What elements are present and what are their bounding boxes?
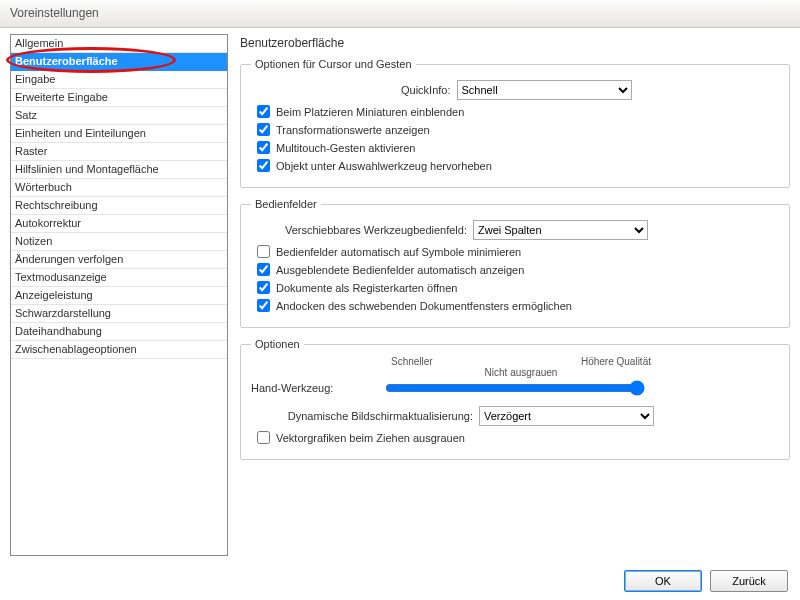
slider-caption-nogrey: Nicht ausgrauen	[391, 367, 651, 378]
page-title: Benutzeroberfläche	[240, 36, 790, 50]
cb-registerkarten[interactable]	[257, 281, 270, 294]
sidebar-item-aenderungen[interactable]: Änderungen verfolgen	[11, 251, 227, 269]
quickinfo-label: QuickInfo:	[401, 84, 451, 96]
sidebar-item-benutzeroberflaeche[interactable]: Benutzeroberfläche	[11, 53, 227, 71]
cb-multitouch[interactable]	[257, 141, 270, 154]
cb-transformationswerte[interactable]	[257, 123, 270, 136]
cb-label: Dokumente als Registerkarten öffnen	[276, 282, 457, 294]
toolpanel-label: Verschiebbares Werkzeugbedienfeld:	[257, 224, 467, 236]
cb-auswahl-hervorheben[interactable]	[257, 159, 270, 172]
sidebar-item-satz[interactable]: Satz	[11, 107, 227, 125]
sidebar-item-zwischenablage[interactable]: Zwischenablageoptionen	[11, 341, 227, 359]
cb-vektor-ausgrauen[interactable]	[257, 431, 270, 444]
window-title: Voreinstellungen	[0, 0, 800, 28]
sidebar-item-schwarzdarstellung[interactable]: Schwarzdarstellung	[11, 305, 227, 323]
main-panel: Benutzeroberfläche Optionen für Cursor u…	[240, 34, 790, 556]
sidebar-item-notizen[interactable]: Notizen	[11, 233, 227, 251]
sidebar-item-dateihandhabung[interactable]: Dateihandhabung	[11, 323, 227, 341]
sidebar-item-autokorrektur[interactable]: Autokorrektur	[11, 215, 227, 233]
hand-tool-label: Hand-Werkzeug:	[251, 382, 385, 394]
sidebar-item-erweiterte-eingabe[interactable]: Erweiterte Eingabe	[11, 89, 227, 107]
slider-label-higher: Höhere Qualität	[581, 356, 651, 367]
dyn-update-label: Dynamische Bildschirmaktualisierung:	[251, 410, 473, 422]
sidebar-item-hilfslinien[interactable]: Hilfslinien und Montagefläche	[11, 161, 227, 179]
dyn-update-select[interactable]: Verzögert	[479, 406, 654, 426]
cb-auto-anzeigen[interactable]	[257, 263, 270, 276]
cb-auto-minimieren[interactable]	[257, 245, 270, 258]
cb-label: Multitouch-Gesten aktivieren	[276, 142, 415, 154]
group-bedienfelder: Bedienfelder Verschiebbares Werkzeugbedi…	[240, 198, 790, 328]
cb-label: Beim Platzieren Miniaturen einblenden	[276, 106, 464, 118]
group-cursor-gestures: Optionen für Cursor und Gesten QuickInfo…	[240, 58, 790, 188]
quickinfo-select[interactable]: Schnell	[457, 80, 632, 100]
cb-andocken[interactable]	[257, 299, 270, 312]
cb-label: Ausgeblendete Bedienfelder automatisch a…	[276, 264, 524, 276]
ok-button[interactable]: OK	[624, 570, 702, 592]
sidebar-item-textmodusanzeige[interactable]: Textmodusanzeige	[11, 269, 227, 287]
back-button[interactable]: Zurück	[710, 570, 788, 592]
sidebar-item-allgemein[interactable]: Allgemein	[11, 35, 227, 53]
sidebar-item-label: Benutzeroberfläche	[15, 55, 118, 67]
cb-label: Bedienfelder automatisch auf Symbole min…	[276, 246, 521, 258]
sidebar-item-eingabe[interactable]: Eingabe	[11, 71, 227, 89]
hand-tool-slider[interactable]	[385, 380, 645, 396]
cb-label: Objekt unter Auswahlwerkzeug hervorheben	[276, 160, 492, 172]
sidebar-item-raster[interactable]: Raster	[11, 143, 227, 161]
sidebar-item-einheiten[interactable]: Einheiten und Einteilungen	[11, 125, 227, 143]
cb-label: Transformationswerte anzeigen	[276, 124, 430, 136]
group-legend: Optionen	[251, 338, 304, 350]
cb-label: Andocken des schwebenden Dokumentfenster…	[276, 300, 572, 312]
sidebar-item-anzeigeleistung[interactable]: Anzeigeleistung	[11, 287, 227, 305]
sidebar-item-rechtschreibung[interactable]: Rechtschreibung	[11, 197, 227, 215]
sidebar-item-woerterbuch[interactable]: Wörterbuch	[11, 179, 227, 197]
group-legend: Optionen für Cursor und Gesten	[251, 58, 416, 70]
slider-label-faster: Schneller	[391, 356, 433, 367]
cb-miniaturen[interactable]	[257, 105, 270, 118]
group-legend: Bedienfelder	[251, 198, 321, 210]
group-optionen: Optionen Schneller Höhere Qualität Nicht…	[240, 338, 790, 460]
toolpanel-select[interactable]: Zwei Spalten	[473, 220, 648, 240]
category-sidebar: Allgemein Benutzeroberfläche Eingabe Erw…	[10, 34, 228, 556]
cb-label: Vektorgrafiken beim Ziehen ausgrauen	[276, 432, 465, 444]
